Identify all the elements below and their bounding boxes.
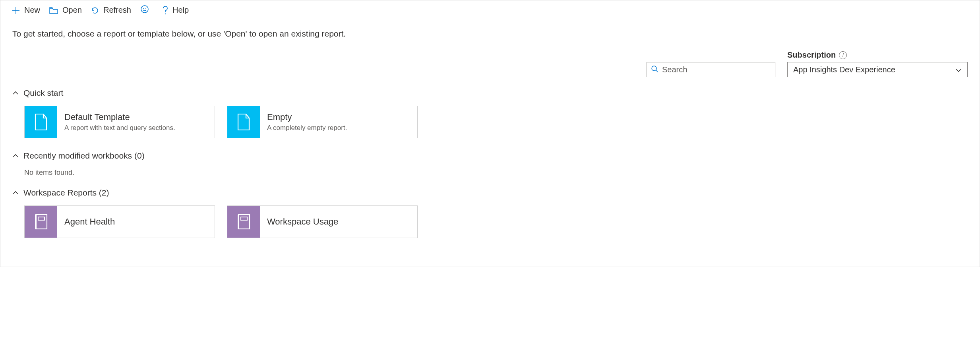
recent-empty-text: No items found.	[24, 168, 968, 177]
help-label: Help	[172, 6, 189, 15]
subscription-dropdown[interactable]: App Insights Dev Experience	[787, 62, 968, 77]
section-quick-start-header[interactable]: Quick start	[12, 88, 968, 98]
open-label: Open	[62, 6, 82, 15]
svg-point-2	[141, 6, 148, 13]
workbook-icon	[227, 206, 260, 238]
refresh-button[interactable]: Refresh	[91, 6, 131, 15]
svg-point-6	[652, 66, 657, 71]
chevron-up-icon	[12, 154, 19, 158]
toolbar: New Open Refresh Help	[0, 0, 980, 20]
open-button[interactable]: Open	[49, 6, 82, 15]
section-recent-header[interactable]: Recently modified workbooks (0)	[12, 151, 968, 161]
section-quick-start-title: Quick start	[23, 88, 63, 98]
section-workspace-header[interactable]: Workspace Reports (2)	[12, 188, 968, 198]
card-subtitle: A report with text and query sections.	[64, 124, 207, 132]
document-icon	[25, 106, 57, 138]
plus-icon	[12, 6, 20, 15]
question-icon	[162, 6, 168, 15]
search-box[interactable]	[647, 62, 775, 77]
card-title: Workspace Usage	[267, 217, 410, 227]
section-workspace-title: Workspace Reports (2)	[23, 188, 109, 198]
help-button[interactable]: Help	[162, 6, 189, 15]
info-icon[interactable]: i	[839, 51, 847, 59]
svg-point-4	[145, 8, 146, 9]
document-icon	[227, 106, 260, 138]
svg-rect-12	[241, 217, 247, 220]
refresh-label: Refresh	[103, 6, 131, 15]
intro-text: To get started, choose a report or templ…	[12, 29, 968, 39]
workbook-icon	[25, 206, 57, 238]
feedback-button[interactable]	[140, 4, 149, 16]
chevron-up-icon	[12, 91, 19, 95]
svg-line-7	[656, 70, 658, 72]
subscription-value: App Insights Dev Experience	[793, 65, 895, 74]
smiley-icon	[140, 4, 149, 16]
card-workspace-usage[interactable]: Workspace Usage	[227, 205, 418, 238]
chevron-up-icon	[12, 191, 19, 195]
card-subtitle: A completely empty report.	[267, 124, 410, 132]
section-recent-title: Recently modified workbooks (0)	[23, 151, 145, 161]
new-button[interactable]: New	[12, 6, 40, 15]
refresh-icon	[91, 6, 99, 15]
search-input[interactable]	[662, 65, 771, 74]
svg-rect-9	[38, 217, 45, 220]
card-default-template[interactable]: Default Template A report with text and …	[24, 106, 215, 138]
svg-point-3	[143, 8, 144, 9]
card-agent-health[interactable]: Agent Health	[24, 205, 215, 238]
card-title: Agent Health	[64, 217, 207, 227]
card-empty[interactable]: Empty A completely empty report.	[227, 106, 418, 138]
card-title: Empty	[267, 112, 410, 122]
new-label: New	[24, 6, 40, 15]
search-icon	[651, 65, 659, 74]
card-title: Default Template	[64, 112, 207, 122]
chevron-down-icon	[955, 65, 962, 74]
folder-open-icon	[49, 6, 58, 14]
subscription-label: Subscription	[787, 50, 836, 60]
svg-point-5	[165, 13, 166, 14]
